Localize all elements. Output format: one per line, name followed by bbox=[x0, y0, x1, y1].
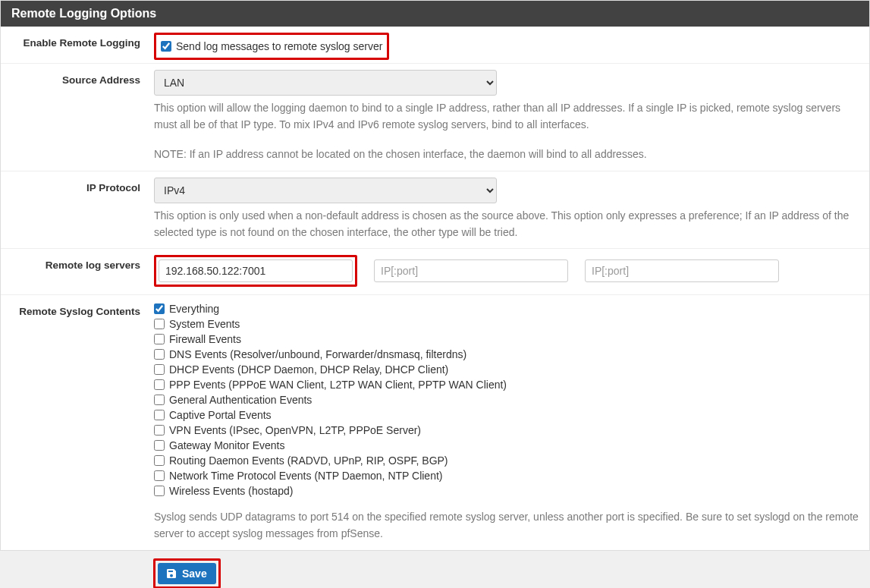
syslog-content-checkbox[interactable] bbox=[154, 349, 165, 360]
syslog-content-item: General Authentication Events bbox=[154, 392, 859, 407]
highlight-enable: Send log messages to remote syslog serve… bbox=[154, 33, 389, 60]
row-remote-syslog-contents: Remote Syslog Contents EverythingSystem … bbox=[1, 295, 869, 549]
syslog-content-label: Gateway Monitor Events bbox=[169, 439, 285, 451]
syslog-content-label: VPN Events (IPsec, OpenVPN, L2TP, PPPoE … bbox=[169, 424, 421, 436]
label-remote-syslog-contents: Remote Syslog Contents bbox=[11, 301, 154, 542]
highlight-save: Save bbox=[153, 558, 221, 588]
syslog-content-item: Routing Daemon Events (RADVD, UPnP, RIP,… bbox=[154, 453, 859, 468]
form-body: Enable Remote Logging Send log messages … bbox=[1, 27, 869, 550]
syslog-content-checkbox[interactable] bbox=[154, 319, 165, 329]
save-button[interactable]: Save bbox=[158, 563, 216, 584]
syslog-content-label: Firewall Events bbox=[169, 333, 241, 345]
row-remote-log-servers: Remote log servers bbox=[1, 249, 869, 295]
save-icon bbox=[165, 568, 177, 580]
syslog-content-item: PPP Events (PPPoE WAN Client, L2TP WAN C… bbox=[154, 377, 859, 392]
highlight-server-1 bbox=[154, 255, 357, 287]
row-source-address: Source Address LAN This option will allo… bbox=[1, 64, 869, 171]
remote-log-server-1-input[interactable] bbox=[159, 259, 353, 282]
syslog-content-checkbox[interactable] bbox=[154, 303, 165, 314]
syslog-content-label: Captive Portal Events bbox=[169, 409, 272, 421]
syslog-content-checkbox[interactable] bbox=[154, 486, 165, 496]
syslog-content-checkbox[interactable] bbox=[154, 440, 165, 451]
row-enable-remote-logging: Enable Remote Logging Send log messages … bbox=[1, 27, 869, 64]
syslog-content-item: Firewall Events bbox=[154, 332, 859, 347]
save-button-label: Save bbox=[182, 568, 207, 580]
source-address-help-1: This option will allow the logging daemo… bbox=[154, 100, 859, 133]
label-remote-log-servers: Remote log servers bbox=[11, 255, 154, 287]
syslog-content-checkbox[interactable] bbox=[154, 364, 165, 375]
syslog-content-checkbox[interactable] bbox=[154, 334, 165, 344]
syslog-content-checkbox[interactable] bbox=[154, 379, 165, 390]
remote-log-server-3-input[interactable] bbox=[585, 259, 779, 282]
syslog-content-item: VPN Events (IPsec, OpenVPN, L2TP, PPPoE … bbox=[154, 423, 859, 438]
syslog-content-checkbox[interactable] bbox=[154, 395, 165, 405]
syslog-content-label: PPP Events (PPPoE WAN Client, L2TP WAN C… bbox=[169, 379, 507, 391]
syslog-content-checkbox[interactable] bbox=[154, 470, 165, 481]
syslog-content-checkbox[interactable] bbox=[154, 425, 165, 435]
label-ip-protocol: IP Protocol bbox=[11, 178, 154, 241]
syslog-content-item: Network Time Protocol Events (NTP Daemon… bbox=[154, 468, 859, 483]
syslog-content-label: Routing Daemon Events (RADVD, UPnP, RIP,… bbox=[169, 454, 448, 467]
ip-protocol-help: This option is only used when a non-defa… bbox=[154, 208, 859, 241]
source-address-help-2: NOTE: If an IP address cannot be located… bbox=[154, 146, 859, 163]
row-ip-protocol: IP Protocol IPv4 This option is only use… bbox=[1, 171, 869, 249]
syslog-content-label: General Authentication Events bbox=[169, 394, 312, 406]
ip-protocol-select[interactable]: IPv4 bbox=[154, 178, 497, 203]
syslog-contents-help: Syslog sends UDP datagrams to port 514 o… bbox=[154, 509, 859, 542]
syslog-content-label: DNS Events (Resolver/unbound, Forwarder/… bbox=[169, 348, 466, 360]
syslog-content-checkbox[interactable] bbox=[154, 410, 165, 420]
syslog-contents-list: EverythingSystem EventsFirewall EventsDN… bbox=[154, 301, 859, 498]
panel-title: Remote Logging Options bbox=[1, 1, 869, 27]
enable-remote-logging-checkbox[interactable] bbox=[161, 41, 171, 52]
syslog-content-item: DNS Events (Resolver/unbound, Forwarder/… bbox=[154, 347, 859, 362]
syslog-content-item: System Events bbox=[154, 316, 859, 332]
syslog-content-item: Gateway Monitor Events bbox=[154, 438, 859, 453]
syslog-content-item: Everything bbox=[154, 301, 859, 316]
syslog-content-label: DHCP Events (DHCP Daemon, DHCP Relay, DH… bbox=[169, 363, 448, 376]
save-row: Save bbox=[0, 551, 870, 588]
remote-log-server-2-input[interactable] bbox=[374, 259, 568, 282]
syslog-content-item: DHCP Events (DHCP Daemon, DHCP Relay, DH… bbox=[154, 362, 859, 377]
syslog-content-label: Network Time Protocol Events (NTP Daemon… bbox=[169, 470, 443, 482]
source-address-select[interactable]: LAN bbox=[154, 70, 497, 96]
syslog-content-item: Captive Portal Events bbox=[154, 407, 859, 423]
label-source-address: Source Address bbox=[11, 70, 154, 163]
remote-logging-panel: Remote Logging Options Enable Remote Log… bbox=[0, 0, 870, 551]
label-enable-remote-logging: Enable Remote Logging bbox=[11, 33, 154, 60]
syslog-content-label: Wireless Events (hostapd) bbox=[169, 485, 293, 497]
syslog-content-label: Everything bbox=[169, 303, 219, 315]
syslog-content-item: Wireless Events (hostapd) bbox=[154, 483, 859, 498]
enable-remote-logging-checkbox-label: Send log messages to remote syslog serve… bbox=[176, 40, 382, 52]
syslog-content-checkbox[interactable] bbox=[154, 455, 165, 466]
syslog-content-label: System Events bbox=[169, 318, 240, 330]
